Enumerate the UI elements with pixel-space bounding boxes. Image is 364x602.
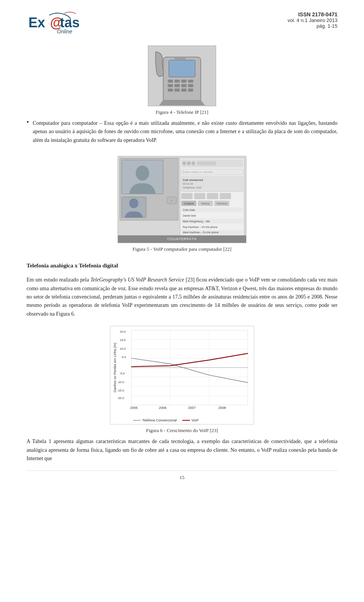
svg-rect-11 <box>168 84 173 87</box>
page: Ex @ tas Online ISSN 2178-0471 vol. 4 n.… <box>0 0 364 602</box>
svg-rect-5 <box>169 60 195 77</box>
y-tick-10: 10.0 <box>120 347 126 351</box>
issn-label: ISSN 2178-0471 <box>287 11 337 17</box>
section-text1: Em um estudo realizado pela TeleGeograph… <box>27 276 337 318</box>
telegeography-italic: TeleGeography's US VoIP Research Service <box>91 277 184 283</box>
header-info: ISSN 2178-0471 vol. 4 n.1 Janeiro 2013 p… <box>287 11 337 29</box>
phone-svg <box>148 46 216 106</box>
y-tick-neg20: -20.0 <box>117 396 124 400</box>
svg-rect-17 <box>181 89 187 92</box>
svg-text:Online: Online <box>57 28 72 34</box>
bullet-dot: • <box>27 118 29 126</box>
page-number: 15 <box>27 470 337 481</box>
svg-rect-8 <box>174 80 180 83</box>
svg-rect-12 <box>174 84 180 87</box>
bullet-text: Computador para computador – Essa opção … <box>33 119 337 145</box>
section-heading-telefonia: Telefonia analógica x Telefonia digital <box>27 262 337 269</box>
svg-rect-10 <box>188 80 193 83</box>
svg-rect-13 <box>181 84 187 87</box>
svg-point-24 <box>129 198 138 208</box>
figure5-container: + Enter name or number Call answered 00:… <box>27 156 337 252</box>
svg-rect-15 <box>168 89 173 92</box>
x-tick-2005: 2005 <box>130 406 138 410</box>
svg-rect-40 <box>194 193 206 199</box>
chart-y-label: Ganhos ou Perdas em Linha (m) <box>113 343 117 393</box>
figure4-caption: Figura 4 - Telefone IP [21] <box>156 109 209 115</box>
legend-voip: VoIP <box>182 418 199 422</box>
figure6-container: Ganhos ou Perdas em Linha (m) <box>27 326 337 434</box>
svg-text:Softphone 1316: Softphone 1316 <box>183 186 201 189</box>
y-tick-20: 20.0 <box>120 330 126 333</box>
legend-voip-label: VoIP <box>191 418 199 422</box>
bullet-computador: • Computador para computador – Essa opçã… <box>27 119 337 148</box>
svg-rect-18 <box>188 89 193 92</box>
legend-telefone-label: Telefone Convencional <box>142 418 177 422</box>
svg-text:Colin Dale: Colin Dale <box>183 209 195 211</box>
svg-rect-16 <box>174 89 180 92</box>
logo-area: Ex @ tas Online <box>27 11 102 34</box>
y-tick-neg5: -5.0 <box>119 372 125 375</box>
x-tick-2007: 2007 <box>188 406 196 410</box>
svg-rect-7 <box>168 80 173 83</box>
svg-rect-32 <box>197 162 216 165</box>
header: Ex @ tas Online ISSN 2178-0471 vol. 4 n.… <box>27 11 337 34</box>
svg-text:History: History <box>201 202 210 205</box>
page-range-label: pág. 1-15 <box>287 23 337 29</box>
x-tick-2006: 2006 <box>159 406 166 410</box>
y-tick-5: 5.0 <box>122 355 126 359</box>
svg-rect-6 <box>174 58 186 60</box>
section-text2: A Tabela 1 apresenta algumas característ… <box>27 437 337 463</box>
figure5-caption: Figura 5 - VoIP computador para computad… <box>133 246 232 252</box>
svg-text:Roy Kaufman – On the phone: Roy Kaufman – On the phone <box>183 226 218 229</box>
svg-point-30 <box>187 162 191 165</box>
y-tick-neg10: -10.0 <box>117 380 124 384</box>
logo-svg: Ex @ tas Online <box>27 11 102 34</box>
y-tick-15: 15.0 <box>120 338 126 342</box>
svg-rect-42 <box>220 193 231 199</box>
svg-text:Directory: Directory <box>217 202 227 205</box>
svg-text:+: + <box>171 199 173 202</box>
svg-text:COUNTERPATH: COUNTERPATH <box>167 237 197 241</box>
svg-point-31 <box>191 162 195 165</box>
svg-point-29 <box>182 162 186 165</box>
svg-text:Ex: Ex <box>28 15 45 30</box>
svg-text:Call answered: Call answered <box>183 178 203 182</box>
svg-rect-14 <box>188 84 193 87</box>
svg-rect-41 <box>207 193 218 199</box>
figure6-image: Ganhos ou Perdas em Linha (m) <box>110 326 254 424</box>
svg-text:Mark Klingerburg – Idle: Mark Klingerburg – Idle <box>183 220 210 223</box>
svg-rect-9 <box>181 80 187 83</box>
svg-rect-39 <box>181 193 193 199</box>
chart-svg <box>131 330 248 405</box>
x-tick-2008: 2008 <box>218 406 226 410</box>
volume-label: vol. 4 n.1 Janeiro 2013 <box>287 17 337 23</box>
svg-point-22 <box>136 166 149 181</box>
svg-text:Contacts: Contacts <box>184 202 194 205</box>
figure5-image: + Enter name or number Call answered 00:… <box>118 156 246 243</box>
figure6-caption: Figura 6 - Crescimento do VoIP [23] <box>146 428 218 434</box>
y-tick-neg15: -15.0 <box>117 389 124 392</box>
figure4-image <box>148 46 216 106</box>
figure4-container: Figura 4 - Telefone IP [21] <box>27 46 337 115</box>
voip-svg: + Enter name or number Call answered 00:… <box>118 156 246 243</box>
svg-text:Enter name or number: Enter name or number <box>183 171 213 174</box>
chart-legend: Telefone Convencional VoIP <box>133 418 199 422</box>
svg-text:Daniel Sisk: Daniel Sisk <box>183 214 196 217</box>
svg-text:00:01:59: 00:01:59 <box>183 182 193 185</box>
svg-text:Mark Kaufman – On the phone: Mark Kaufman – On the phone <box>183 231 219 234</box>
legend-telefone: Telefone Convencional <box>133 418 177 422</box>
